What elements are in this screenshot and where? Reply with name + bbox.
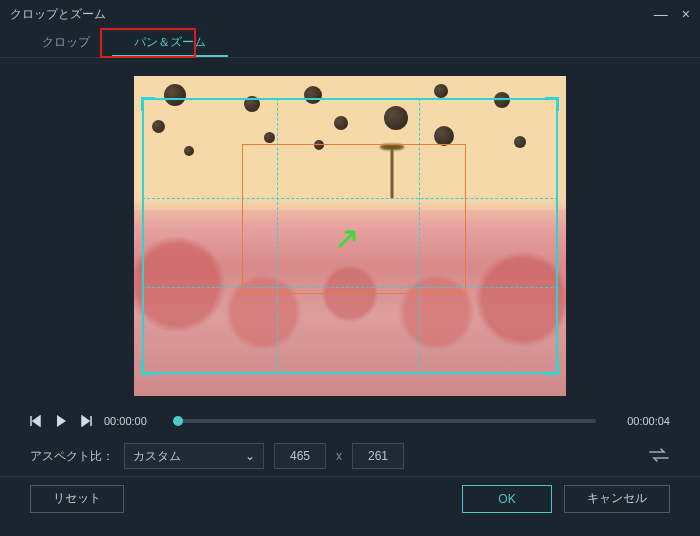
time-end: 00:00:04: [608, 415, 670, 427]
tab-pan-zoom[interactable]: パン＆ズーム: [112, 28, 228, 57]
height-input[interactable]: 261: [352, 443, 404, 469]
swap-frames-button[interactable]: [648, 447, 670, 466]
timeline-slider[interactable]: [178, 419, 596, 423]
chevron-down-icon: ⌄: [245, 449, 255, 463]
balloon-graphic: [164, 84, 186, 106]
balloon-graphic: [314, 140, 324, 150]
aspect-ratio-label: アスペクト比：: [30, 448, 114, 465]
balloon-graphic: [184, 146, 194, 156]
ok-button[interactable]: OK: [462, 485, 552, 513]
balloon-graphic: [334, 116, 348, 130]
balloon-graphic: [304, 86, 322, 104]
balloon-graphic: [494, 92, 510, 108]
minimize-button[interactable]: —: [654, 7, 668, 21]
zoom-direction-arrow-icon: [336, 222, 364, 250]
balloon-graphic: [434, 84, 448, 98]
time-start: 00:00:00: [104, 415, 166, 427]
preview-canvas[interactable]: [134, 76, 566, 396]
reset-button[interactable]: リセット: [30, 485, 124, 513]
aspect-ratio-select[interactable]: カスタム ⌄: [124, 443, 264, 469]
timeline-thumb[interactable]: [173, 416, 183, 426]
balloon-graphic: [384, 106, 408, 130]
balloon-graphic: [244, 96, 260, 112]
close-button[interactable]: ×: [682, 7, 690, 21]
play-icon: [54, 414, 68, 428]
balloon-graphic: [152, 120, 165, 133]
window-title: クロップとズーム: [10, 6, 106, 23]
balloon-graphic: [264, 132, 275, 143]
cancel-button[interactable]: キャンセル: [564, 485, 670, 513]
palm-tree-graphic: [367, 127, 417, 197]
aspect-ratio-selected: カスタム: [133, 448, 181, 465]
prev-frame-icon: [30, 415, 42, 427]
grid-line: [142, 198, 558, 199]
balloon-graphic: [514, 136, 526, 148]
next-frame-icon: [80, 415, 92, 427]
dimension-separator: x: [336, 449, 342, 463]
next-frame-button[interactable]: [80, 415, 92, 427]
tab-crop[interactable]: クロップ: [20, 28, 112, 57]
prev-frame-button[interactable]: [30, 415, 42, 427]
width-input[interactable]: 465: [274, 443, 326, 469]
balloon-graphic: [434, 126, 454, 146]
play-button[interactable]: [54, 414, 68, 428]
swap-icon: [648, 447, 670, 463]
